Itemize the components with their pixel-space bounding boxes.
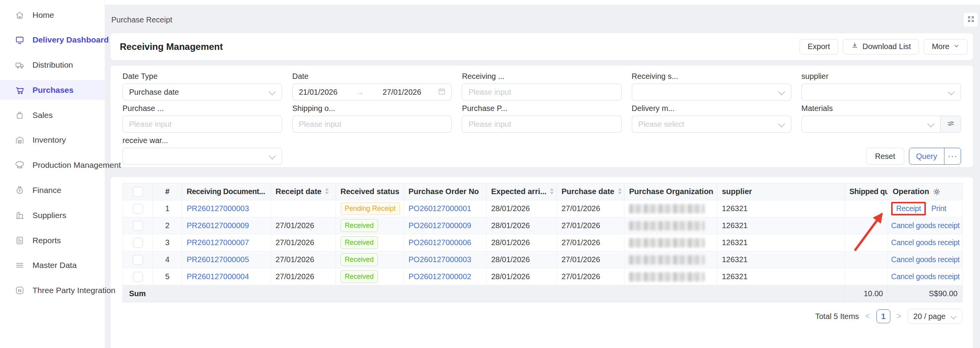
- sidebar-item-label: Reports: [32, 236, 61, 245]
- materials-advanced-button[interactable]: [940, 116, 961, 133]
- filter-receiving-document: Receiving ...: [462, 72, 621, 101]
- purchase-order-link[interactable]: PO260127000002: [408, 272, 471, 281]
- print-action-link[interactable]: Print: [931, 204, 946, 213]
- cancel-goods-receipt-link[interactable]: Cancel goods receipt: [891, 272, 960, 281]
- document-icon: [15, 235, 25, 246]
- filter-card: Date Type Purchase date Date 21/01/2026 …: [111, 66, 973, 167]
- sliders-icon: [946, 119, 955, 130]
- redacted-text: [629, 238, 704, 247]
- purchase-plan-input[interactable]: [462, 116, 621, 133]
- status-badge: Pending Receipt: [340, 202, 400, 215]
- money-bag-icon: [15, 185, 25, 195]
- sidebar-item-label: Three Party Integration: [32, 286, 116, 295]
- receiving-status-select[interactable]: [632, 84, 791, 101]
- sidebar-item-purchases[interactable]: Purchases: [0, 80, 105, 100]
- date-range-picker[interactable]: 21/01/2026 → 27/01/2026: [292, 84, 452, 101]
- receiving-document-link[interactable]: PR260127000005: [187, 255, 249, 264]
- supplier-select[interactable]: [801, 84, 961, 101]
- col-expected-arrival[interactable]: Expected arri...: [487, 183, 557, 200]
- receiving-document-link[interactable]: PR260127000003: [187, 204, 249, 213]
- table-header-row: # Receiving Document... Receipt date Rec…: [123, 183, 963, 200]
- reset-button[interactable]: Reset: [866, 148, 904, 165]
- cart-icon: [15, 85, 25, 95]
- gear-icon[interactable]: [932, 188, 941, 196]
- warehouse-icon: [15, 135, 25, 145]
- page-number-button[interactable]: 1: [876, 309, 890, 323]
- cancel-goods-receipt-link[interactable]: Cancel goods receipt: [891, 238, 960, 247]
- next-page-button[interactable]: >: [896, 311, 902, 321]
- sidebar-item-label: Master Data: [32, 261, 77, 270]
- section-title: Receiving Management: [120, 41, 223, 52]
- sum-label: Sum: [123, 285, 845, 302]
- cancel-goods-receipt-link[interactable]: Cancel goods receipt: [891, 221, 960, 230]
- date-to[interactable]: 27/01/2026: [383, 88, 421, 97]
- fullscreen-button[interactable]: [964, 13, 978, 27]
- receiving-document-link[interactable]: PR260127000004: [187, 272, 249, 281]
- filter-supplier: supplier: [801, 72, 961, 101]
- shopping-bag-icon: [15, 110, 25, 120]
- sidebar-item-inventory[interactable]: Inventory: [0, 130, 105, 150]
- sidebar-item-production-management[interactable]: Production Management: [0, 155, 105, 175]
- query-more-button[interactable]: ···: [944, 148, 961, 165]
- col-purchase-organization: Purchase Organization: [624, 183, 717, 200]
- sidebar-item-distribution[interactable]: Distribution: [0, 55, 105, 75]
- purchase-order-link[interactable]: PO260127000006: [408, 238, 471, 247]
- select-all-checkbox[interactable]: [133, 187, 143, 197]
- sidebar-item-reports[interactable]: Reports: [0, 230, 105, 250]
- prev-page-button[interactable]: <: [864, 311, 871, 321]
- sidebar-item-label: Distribution: [32, 60, 73, 70]
- row-checkbox[interactable]: [133, 221, 143, 231]
- date-from[interactable]: 21/01/2026: [299, 88, 337, 97]
- purchase-order-link[interactable]: PO260127000003: [408, 255, 471, 264]
- sidebar-item-suppliers[interactable]: Suppliers: [0, 205, 105, 225]
- materials-select[interactable]: [801, 116, 941, 133]
- sidebar-item-home[interactable]: Home: [0, 5, 105, 25]
- col-purchase-date[interactable]: Purchase date: [557, 183, 624, 200]
- pagination: Total 5 Items < 1 > 20 / page: [122, 309, 962, 324]
- row-checkbox[interactable]: [133, 272, 143, 282]
- sort-icon[interactable]: [325, 188, 329, 194]
- sidebar-item-delivery-dashboard[interactable]: Delivery Dashboard: [0, 30, 105, 50]
- main-content: Purchase Receipt Receiving Management Ex…: [105, 5, 980, 348]
- export-button[interactable]: Export: [800, 39, 838, 55]
- sidebar-item-label: Purchases: [32, 85, 73, 95]
- filter-shipping-order: Shipping o...: [292, 104, 452, 133]
- page-size-select[interactable]: 20 / page: [908, 309, 962, 324]
- delivery-method-select[interactable]: Please select: [632, 116, 791, 133]
- receiving-document-link[interactable]: PR260127000009: [187, 221, 249, 230]
- status-badge: Received: [340, 236, 378, 249]
- receiving-document-link[interactable]: PR260127000007: [187, 238, 249, 247]
- sort-icon[interactable]: [618, 188, 622, 194]
- download-list-button[interactable]: Download List: [843, 39, 919, 55]
- shipping-order-input[interactable]: [292, 116, 452, 133]
- receiving-document-input[interactable]: [462, 84, 621, 101]
- filter-purchase-order: Purchase ...: [122, 104, 282, 133]
- more-button[interactable]: More: [924, 39, 968, 55]
- row-checkbox[interactable]: [133, 238, 143, 248]
- sidebar-item-finance[interactable]: Finance: [0, 181, 105, 200]
- purchase-order-input[interactable]: [122, 116, 282, 133]
- expand-icon: [967, 15, 975, 24]
- status-badge: Received: [340, 253, 378, 266]
- header-card: Receiving Management Export Download Lis…: [111, 33, 973, 60]
- purchase-order-link[interactable]: PO260127000009: [408, 221, 471, 230]
- query-button[interactable]: Query: [909, 148, 944, 165]
- integration-icon: [15, 285, 25, 295]
- sidebar-item-three-party-integration[interactable]: Three Party Integration: [0, 281, 105, 300]
- row-checkbox[interactable]: [133, 204, 143, 214]
- truck-icon: [15, 60, 25, 70]
- date-type-select[interactable]: Purchase date: [122, 84, 282, 101]
- receipt-action-link[interactable]: Receipt: [896, 204, 921, 213]
- annotation-highlight-box: Receipt: [891, 202, 926, 215]
- sort-icon[interactable]: [550, 188, 554, 194]
- purchase-order-link[interactable]: PO260127000001: [408, 204, 471, 213]
- cancel-goods-receipt-link[interactable]: Cancel goods receipt: [891, 255, 960, 264]
- building-icon: [15, 210, 25, 220]
- receive-warehouse-select[interactable]: [122, 148, 282, 165]
- col-receipt-date[interactable]: Receipt date: [271, 183, 336, 200]
- filter-date-type: Date Type Purchase date: [122, 72, 282, 101]
- sidebar-item-master-data[interactable]: Master Data: [0, 256, 105, 275]
- status-badge: Received: [340, 219, 378, 232]
- row-checkbox[interactable]: [133, 255, 143, 265]
- sidebar-item-sales[interactable]: Sales: [0, 105, 105, 125]
